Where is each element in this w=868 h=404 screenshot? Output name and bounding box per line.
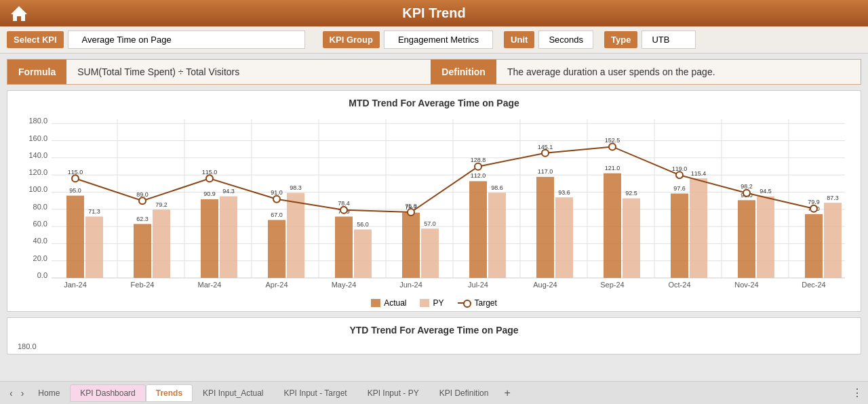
svg-text:20.0: 20.0 bbox=[33, 254, 47, 262]
type-value[interactable]: UTB bbox=[642, 31, 696, 49]
tab-kpi-definition[interactable]: KPI Definition bbox=[429, 384, 499, 402]
svg-text:90.9: 90.9 bbox=[203, 190, 216, 197]
svg-text:60.0: 60.0 bbox=[33, 220, 47, 228]
mtd-chart-title: MTD Trend For Average Time on Page bbox=[18, 98, 850, 108]
svg-text:115.0: 115.0 bbox=[202, 169, 218, 176]
svg-text:160.0: 160.0 bbox=[28, 134, 47, 142]
unit-label: Unit bbox=[504, 31, 534, 48]
bar-jul-actual bbox=[469, 181, 487, 278]
svg-text:152.5: 152.5 bbox=[605, 137, 620, 144]
tab-kpi-input-target[interactable]: KPI Input - Target bbox=[274, 384, 357, 402]
svg-text:93.6: 93.6 bbox=[558, 189, 570, 196]
svg-text:Feb-24: Feb-24 bbox=[131, 281, 155, 289]
tab-prev-button[interactable]: ‹ bbox=[5, 386, 17, 400]
tab-add-button[interactable]: + bbox=[498, 384, 515, 402]
svg-text:119.0: 119.0 bbox=[672, 165, 688, 172]
svg-text:140.0: 140.0 bbox=[28, 151, 47, 159]
svg-text:94.3: 94.3 bbox=[222, 188, 235, 195]
bar-jul-py bbox=[488, 193, 506, 278]
bar-nov-py bbox=[757, 197, 774, 278]
svg-text:40.0: 40.0 bbox=[33, 237, 47, 245]
svg-text:100.0: 100.0 bbox=[28, 185, 47, 193]
legend-target-line bbox=[458, 302, 471, 304]
target-dot-feb bbox=[139, 197, 146, 204]
tab-next-button[interactable]: › bbox=[17, 386, 28, 400]
tab-more-button[interactable]: ⋮ bbox=[852, 386, 863, 399]
header: KPI Trend bbox=[0, 0, 868, 26]
select-kpi-label: Select KPI bbox=[7, 31, 64, 48]
target-dot-sep bbox=[609, 143, 616, 150]
svg-text:75.8: 75.8 bbox=[405, 203, 417, 209]
svg-text:Apr-24: Apr-24 bbox=[265, 281, 288, 289]
definition-value: The average duration a user spends on th… bbox=[496, 60, 861, 84]
legend-target-label: Target bbox=[475, 298, 497, 308]
bar-mar-actual bbox=[201, 199, 218, 278]
target-dot-jan bbox=[72, 175, 79, 182]
type-label: Type bbox=[604, 31, 637, 48]
home-button[interactable] bbox=[7, 3, 31, 24]
legend-py: PY bbox=[420, 298, 443, 308]
svg-text:79.2: 79.2 bbox=[155, 201, 167, 208]
formula-definition-row: Formula SUM(Total Time Spent) ÷ Total Vi… bbox=[7, 59, 861, 85]
svg-text:98.2: 98.2 bbox=[741, 183, 753, 190]
svg-text:Nov-24: Nov-24 bbox=[734, 281, 758, 289]
svg-text:115.4: 115.4 bbox=[691, 170, 707, 177]
home-icon bbox=[9, 5, 28, 22]
svg-text:Oct-24: Oct-24 bbox=[668, 281, 690, 289]
svg-text:112.0: 112.0 bbox=[471, 172, 486, 179]
tab-home[interactable]: Home bbox=[28, 384, 70, 402]
svg-text:Jan-24: Jan-24 bbox=[64, 281, 87, 289]
svg-text:Aug-24: Aug-24 bbox=[533, 281, 557, 289]
tab-kpi-dashboard[interactable]: KPI Dashboard bbox=[70, 384, 145, 402]
svg-text:98.6: 98.6 bbox=[491, 184, 503, 191]
formula-value: SUM(Total Time Spent) ÷ Total Visitors bbox=[66, 60, 431, 84]
mtd-chart-container: MTD Trend For Average Time on Page 0.0 2… bbox=[7, 90, 861, 312]
tab-kpi-input-py[interactable]: KPI Input - PY bbox=[357, 384, 429, 402]
svg-text:120.0: 120.0 bbox=[28, 168, 47, 176]
kpi-group-label: KPI Group bbox=[323, 31, 380, 48]
bar-dec-py bbox=[824, 203, 842, 278]
svg-text:87.3: 87.3 bbox=[827, 195, 839, 201]
svg-text:97.6: 97.6 bbox=[673, 185, 686, 192]
bar-mar-py bbox=[220, 197, 237, 278]
bar-apr-actual bbox=[268, 220, 285, 279]
page-title: KPI Trend bbox=[0, 5, 868, 21]
svg-text:128.8: 128.8 bbox=[471, 157, 486, 163]
target-dot-jul bbox=[475, 163, 481, 170]
kpi-group-value[interactable]: Engagement Metrics bbox=[384, 31, 493, 49]
svg-text:62.3: 62.3 bbox=[136, 216, 149, 222]
bar-dec-actual bbox=[805, 214, 823, 278]
svg-text:145.1: 145.1 bbox=[538, 144, 553, 150]
bar-jun-actual bbox=[402, 213, 420, 278]
tab-trends[interactable]: Trends bbox=[146, 384, 193, 402]
svg-text:78.4: 78.4 bbox=[338, 200, 350, 207]
svg-text:95.0: 95.0 bbox=[69, 187, 81, 194]
svg-text:92.5: 92.5 bbox=[625, 190, 637, 197]
legend-py-label: PY bbox=[433, 298, 443, 308]
definition-label: Definition bbox=[431, 60, 496, 84]
target-dot-apr bbox=[273, 196, 280, 203]
svg-text:Sep-24: Sep-24 bbox=[600, 281, 624, 289]
svg-text:May-24: May-24 bbox=[332, 281, 357, 289]
kpi-value[interactable]: Average Time on Page bbox=[68, 31, 305, 49]
bar-aug-actual bbox=[536, 177, 554, 278]
bar-feb-py bbox=[153, 209, 170, 278]
bar-oct-py bbox=[690, 178, 707, 278]
formula-label: Formula bbox=[7, 60, 66, 84]
bar-may-py bbox=[354, 230, 372, 279]
svg-text:56.0: 56.0 bbox=[357, 221, 369, 228]
target-dot-jun bbox=[408, 209, 414, 216]
svg-text:67.0: 67.0 bbox=[271, 211, 283, 218]
legend-actual-label: Actual bbox=[384, 298, 406, 308]
unit-value[interactable]: Seconds bbox=[538, 31, 593, 49]
bar-nov-actual bbox=[738, 200, 755, 278]
bar-sep-actual bbox=[604, 174, 621, 278]
bar-apr-py bbox=[287, 193, 304, 278]
svg-text:121.0: 121.0 bbox=[605, 165, 620, 171]
tab-kpi-input-actual[interactable]: KPI Input_Actual bbox=[193, 384, 273, 402]
svg-text:Dec-24: Dec-24 bbox=[802, 281, 825, 289]
svg-text:0.0: 0.0 bbox=[37, 271, 47, 279]
target-dot-nov bbox=[743, 190, 750, 197]
mtd-chart-svg: 0.0 20.0 40.0 60.0 80.0 100.0 120.0 140.… bbox=[18, 113, 850, 296]
bar-jan-actual bbox=[66, 196, 84, 278]
